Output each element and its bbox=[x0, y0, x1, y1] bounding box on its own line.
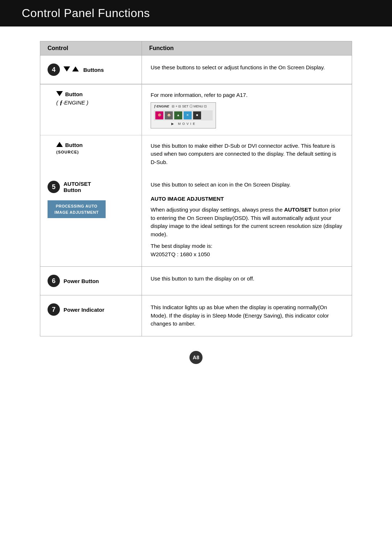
page-header: Control Panel Functions bbox=[0, 0, 392, 26]
sub-fengine-text: For more information, refer to page A17. bbox=[151, 91, 343, 99]
row-7-label: Power Indicator bbox=[64, 307, 105, 313]
row-5-function-intro: Use this button to select an icon in the… bbox=[151, 181, 343, 189]
osd-mockup: ƒ·ENGINE ⊟ + ⊟ SET ⓘ MENU ⊡ 🎯 🏠 ▲ ✕ ■ ▶ … bbox=[151, 102, 216, 128]
osd-icon-1: 🎯 bbox=[155, 111, 163, 119]
osd-icon-5: ■ bbox=[193, 111, 201, 119]
model-res: W2052TQ : 1680 x 1050 bbox=[151, 250, 343, 259]
row-7-control: 7 Power Indicator bbox=[40, 295, 142, 336]
row-5-autoset-label: AUTO/SET bbox=[64, 181, 91, 187]
row-6-control: 6 Power Button bbox=[40, 267, 142, 295]
main-table: Control Function 4 Buttons Use these but… bbox=[40, 41, 352, 336]
table-row-5: 5 AUTO/SET Button PROCESSING AUTO IMAGE … bbox=[40, 173, 352, 267]
sub-source-button-label: Button bbox=[65, 142, 82, 148]
osd-icon-row: 🎯 🏠 ▲ ✕ ■ bbox=[154, 110, 213, 120]
row-5-button-label: Button bbox=[64, 187, 91, 193]
row-4-sub-source: Button (SOURCE) Use this button to make … bbox=[40, 135, 352, 173]
sub-fengine-name: ( ƒ·ENGINE ) bbox=[56, 99, 134, 106]
row-5-control: 5 AUTO/SET Button PROCESSING AUTO IMAGE … bbox=[40, 173, 142, 266]
row-7-function: This Indicator lights up as blue when th… bbox=[142, 295, 352, 336]
sub-fengine-label-row: Button bbox=[56, 91, 134, 98]
triangle-down-icon bbox=[64, 66, 70, 71]
triangle-up-icon-2 bbox=[56, 142, 63, 147]
row-4-main: 4 Buttons Use these buttons to select or… bbox=[40, 56, 352, 84]
row-5-labels: AUTO/SET Button bbox=[64, 181, 91, 193]
osd-icon-3: ▲ bbox=[174, 111, 182, 119]
page-footer: A8 bbox=[189, 351, 203, 364]
table-header-row: Control Function bbox=[40, 41, 352, 56]
col-function-header: Function bbox=[142, 41, 352, 55]
osd-top-bar: ƒ·ENGINE ⊟ + ⊟ SET ⓘ MENU ⊡ bbox=[154, 104, 213, 109]
processing-line2: IMAGE ADJUSTMENT bbox=[53, 209, 101, 216]
row-5-control-top: 5 AUTO/SET Button bbox=[48, 181, 91, 193]
auto-image-text: When adjusting your display settings, al… bbox=[151, 206, 343, 238]
triangle-down-icon-2 bbox=[56, 91, 63, 96]
row-6-control-top: 6 Power Button bbox=[48, 275, 99, 287]
row-4-function: Use these buttons to select or adjust fu… bbox=[142, 56, 352, 84]
page-title: Control Panel Functions bbox=[22, 7, 370, 20]
table-row-6: 6 Power Button Use this button to turn t… bbox=[40, 267, 352, 295]
badge-6: 6 bbox=[48, 275, 60, 287]
osd-icon-2: 🏠 bbox=[165, 111, 173, 119]
source-label: (SOURCE) bbox=[56, 150, 134, 154]
row-6-function: Use this button to turn the display on o… bbox=[142, 267, 352, 295]
page-number-badge: A8 bbox=[189, 351, 203, 364]
osd-icon-4: ✕ bbox=[184, 111, 192, 119]
col-control-header: Control bbox=[40, 41, 142, 55]
row-5-function: Use this button to select an icon in the… bbox=[142, 173, 352, 266]
best-display-label: The best display mode is: bbox=[151, 242, 343, 250]
row-4-triangles bbox=[64, 66, 79, 73]
processing-line1: PROCESSING AUTO bbox=[53, 203, 101, 209]
processing-auto-btn: PROCESSING AUTO IMAGE ADJUSTMENT bbox=[48, 200, 106, 218]
row-4-sub-source-function: Use this button to make either D-Sub or … bbox=[142, 135, 352, 173]
row-4-control: 4 Buttons bbox=[40, 56, 142, 84]
osd-fengine-label: ƒ·ENGINE bbox=[154, 104, 169, 109]
row-7-control-top: 7 Power Indicator bbox=[48, 303, 105, 316]
osd-controls: ⊟ + ⊟ SET ⓘ MENU ⊡ bbox=[172, 104, 207, 109]
row-4-sub-fengine-control: Button ( ƒ·ENGINE ) bbox=[40, 85, 142, 135]
table-row-4: 4 Buttons Use these buttons to select or… bbox=[40, 56, 352, 173]
row-4-sub-source-control: Button (SOURCE) bbox=[40, 135, 142, 173]
triangle-up-icon bbox=[72, 66, 79, 71]
row-4-label: Buttons bbox=[83, 67, 104, 73]
badge-4: 4 bbox=[48, 64, 60, 76]
osd-movie-label: ▶ M O V I E bbox=[154, 122, 213, 127]
row-4-control-top: 4 Buttons bbox=[48, 64, 104, 76]
table-row-7: 7 Power Indicator This Indicator lights … bbox=[40, 295, 352, 336]
row-4-sub-fengine-function: For more information, refer to page A17.… bbox=[142, 85, 352, 135]
autoset-bold: AUTO/SET bbox=[284, 206, 312, 213]
sub-fengine-button-label: Button bbox=[65, 91, 82, 97]
badge-7: 7 bbox=[48, 303, 60, 316]
badge-5: 5 bbox=[48, 181, 60, 193]
auto-image-title: AUTO IMAGE ADJUSTMENT bbox=[151, 195, 343, 203]
fengine-text: ƒ bbox=[60, 99, 63, 106]
row-6-label: Power Button bbox=[64, 278, 99, 284]
row-4-sub-fengine: Button ( ƒ·ENGINE ) For more information… bbox=[40, 84, 352, 135]
sub-source-label-row: Button bbox=[56, 142, 134, 148]
